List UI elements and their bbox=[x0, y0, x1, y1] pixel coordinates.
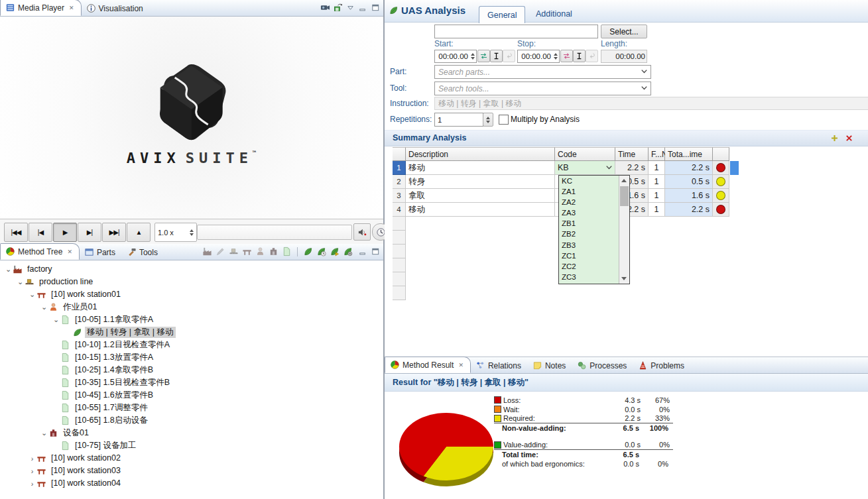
view-menu-icon[interactable] bbox=[345, 3, 355, 13]
code-option[interactable]: ZA3 bbox=[559, 207, 620, 218]
maximize-icon[interactable] bbox=[371, 3, 381, 13]
tab-relations[interactable]: Relations bbox=[471, 358, 528, 373]
scroll-down-arrow-icon[interactable] bbox=[621, 277, 627, 280]
code-option[interactable]: ZB2 bbox=[559, 229, 620, 239]
stop-spin-arrows[interactable] bbox=[554, 53, 558, 60]
tree-chevron-icon[interactable]: ⌄ bbox=[52, 315, 60, 324]
speed-spin-arrows[interactable] bbox=[190, 229, 194, 236]
column-header-Description[interactable]: Description bbox=[406, 147, 555, 161]
tree-item[interactable]: [10-15] 1.3放置零件A bbox=[0, 351, 383, 364]
tree-item[interactable]: [10-75] 设备加工 bbox=[0, 439, 383, 452]
leaf-clock-icon[interactable] bbox=[316, 247, 326, 256]
repetitions-spinner[interactable] bbox=[483, 113, 493, 127]
code-option[interactable]: ZB1 bbox=[559, 218, 620, 229]
column-header-blank[interactable] bbox=[393, 147, 406, 161]
tree-item[interactable]: [10-25] 1.4拿取零件B bbox=[0, 364, 383, 376]
tree-chevron-icon[interactable]: ⌄ bbox=[4, 265, 13, 274]
tab-notes[interactable]: Notes bbox=[528, 358, 572, 373]
tree-item[interactable]: ⌄作业员01 bbox=[0, 301, 383, 313]
start-spin-arrows[interactable] bbox=[471, 53, 475, 60]
playback-speed-spinner[interactable]: 1.0 x bbox=[155, 223, 197, 242]
skip-to-start-button[interactable]: |◀◀ bbox=[4, 223, 28, 242]
tree-chevron-icon[interactable]: › bbox=[28, 467, 36, 475]
analysis-name-input[interactable] bbox=[434, 25, 598, 38]
multiply-by-analysis-checkbox[interactable] bbox=[499, 115, 509, 125]
tab-media-player[interactable]: Media Player ✕ bbox=[0, 0, 82, 16]
close-icon[interactable]: ✕ bbox=[458, 362, 464, 368]
scrollbar-thumb[interactable] bbox=[620, 186, 629, 206]
operator-icon[interactable] bbox=[255, 247, 265, 256]
empty-row-number[interactable] bbox=[393, 231, 406, 245]
description-cell[interactable]: 拿取 bbox=[406, 189, 555, 203]
leaf-play-icon[interactable] bbox=[330, 247, 340, 256]
tree-item[interactable]: ⌄production line bbox=[0, 276, 383, 288]
empty-row-number[interactable] bbox=[393, 258, 406, 272]
stop-button[interactable]: ▲ bbox=[127, 223, 151, 242]
tree-item[interactable]: [10-55] 1.7调整零件 bbox=[0, 402, 383, 414]
stop-reset-button[interactable] bbox=[586, 50, 598, 62]
frequency-cell[interactable]: 1 bbox=[649, 203, 665, 217]
start-reset-button[interactable] bbox=[503, 50, 515, 62]
empty-row-number[interactable] bbox=[393, 286, 406, 300]
code-option[interactable]: ZA2 bbox=[559, 197, 620, 207]
tab-parts[interactable]: Parts bbox=[80, 245, 122, 260]
column-header-blank[interactable] bbox=[713, 147, 729, 161]
description-cell[interactable]: 转身 bbox=[406, 175, 555, 189]
workstation-icon[interactable] bbox=[242, 247, 252, 256]
column-header-Tota...ime[interactable]: Tota...ime bbox=[665, 147, 713, 161]
leaf-icon[interactable] bbox=[303, 247, 313, 256]
frequency-cell[interactable]: 1 bbox=[649, 189, 665, 203]
camera-icon[interactable] bbox=[320, 3, 330, 13]
stop-marker-button[interactable] bbox=[573, 50, 586, 62]
tree-chevron-icon[interactable]: ⌄ bbox=[40, 303, 48, 311]
description-cell[interactable]: 移动 bbox=[406, 203, 555, 217]
part-combobox[interactable]: Search parts... bbox=[434, 65, 651, 79]
empty-row-number[interactable] bbox=[393, 245, 406, 258]
tab-general[interactable]: General bbox=[479, 6, 525, 23]
code-option[interactable]: ZA1 bbox=[559, 186, 620, 197]
code-option[interactable]: ZC1 bbox=[559, 250, 620, 261]
frequency-cell[interactable]: 1 bbox=[649, 161, 665, 175]
tree-chevron-icon[interactable]: ⌄ bbox=[40, 429, 48, 437]
tab-method-result[interactable]: Method Result ✕ bbox=[385, 357, 471, 373]
start-from-video-button[interactable] bbox=[477, 50, 490, 62]
frequency-cell[interactable]: 1 bbox=[649, 175, 665, 189]
production-line-icon[interactable] bbox=[229, 247, 239, 256]
scroll-up-arrow-icon[interactable] bbox=[621, 179, 627, 182]
close-icon[interactable]: ✕ bbox=[67, 249, 72, 255]
tree-chevron-icon[interactable]: › bbox=[28, 455, 36, 463]
code-combobox[interactable]: KB bbox=[555, 161, 615, 175]
tree-item[interactable]: ⌄[10-05] 1.1拿取零件A bbox=[0, 313, 383, 326]
tree-chevron-icon[interactable]: ⌄ bbox=[16, 278, 25, 286]
start-marker-button[interactable] bbox=[490, 50, 503, 62]
column-header-Time[interactable]: Time bbox=[615, 147, 649, 161]
detach-icon[interactable] bbox=[333, 3, 343, 13]
row-number[interactable]: 3 bbox=[393, 189, 406, 203]
code-option[interactable]: ZB3 bbox=[559, 240, 620, 250]
tree-item[interactable]: ⌄factory bbox=[0, 263, 383, 276]
tree-item[interactable]: ›[10] work station03 bbox=[0, 465, 383, 477]
stop-from-video-button[interactable] bbox=[560, 50, 573, 62]
code-option[interactable]: ZC2 bbox=[559, 261, 620, 272]
tree-item[interactable]: [10-35] 1.5目视检查零件B bbox=[0, 376, 383, 389]
tree-item[interactable]: [10-45] 1.6放置零件B bbox=[0, 389, 383, 402]
stop-time-input[interactable]: 00:00.00 bbox=[517, 50, 560, 63]
tree-item[interactable]: ⌄设备01 bbox=[0, 427, 383, 439]
tree-item[interactable]: ›[10] work station02 bbox=[0, 452, 383, 465]
tab-method-tree[interactable]: Method Tree ✕ bbox=[0, 243, 80, 260]
close-icon[interactable]: ✕ bbox=[69, 5, 74, 11]
chevron-down-icon[interactable] bbox=[639, 83, 649, 93]
delete-row-icon[interactable] bbox=[845, 134, 853, 142]
add-row-icon[interactable] bbox=[830, 134, 839, 142]
code-option[interactable]: ZC3 bbox=[559, 272, 620, 282]
play-button[interactable]: ▶ bbox=[53, 223, 77, 242]
seek-bar[interactable] bbox=[197, 225, 352, 240]
document-icon[interactable] bbox=[282, 247, 292, 256]
code-option[interactable]: KC bbox=[559, 176, 620, 186]
step-forward-button[interactable]: ▶| bbox=[78, 223, 101, 242]
tab-problems[interactable]: Problems bbox=[633, 358, 691, 373]
tree-item[interactable]: ›[10] work station04 bbox=[0, 477, 383, 490]
factory-icon[interactable] bbox=[202, 247, 212, 256]
column-header-Code[interactable]: Code bbox=[555, 147, 615, 161]
minimize-icon[interactable] bbox=[358, 3, 368, 13]
